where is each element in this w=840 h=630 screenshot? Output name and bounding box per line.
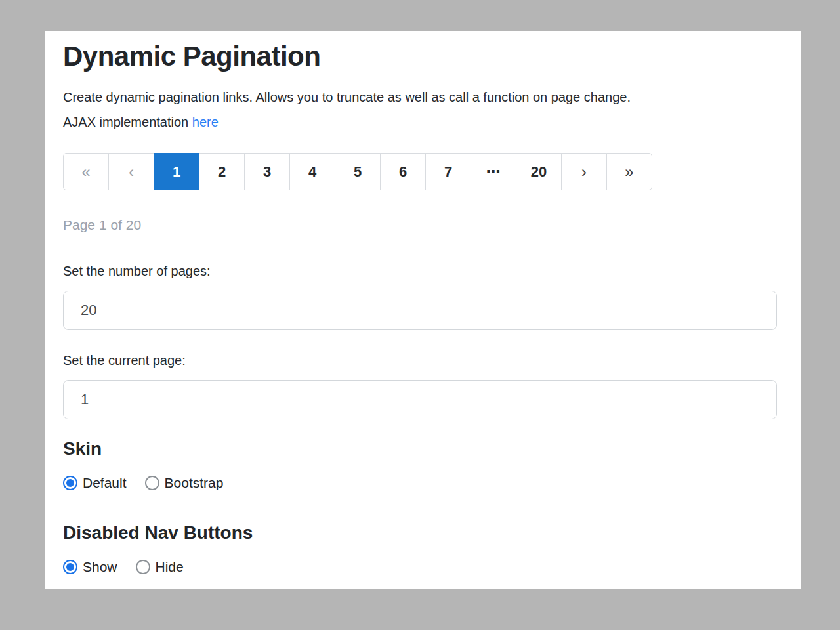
skin-radio-group: Default Bootstrap [63,475,777,491]
skin-default-label: Default [83,475,127,491]
radio-unselected-icon [145,476,159,490]
ajax-text: AJAX implementation [63,115,188,129]
page-title: Dynamic Pagination [63,40,777,73]
radio-selected-icon [63,476,77,490]
nav-hide-label: Hide [156,559,184,575]
pagination-page-5[interactable]: 5 [335,153,381,190]
nav-show-option[interactable]: Show [63,559,117,575]
page-description: Create dynamic pagination links. Allows … [63,85,777,135]
skin-bootstrap-option[interactable]: Bootstrap [145,475,224,491]
pagination-page-20[interactable]: 20 [516,153,562,190]
pagination-bar: « ‹ 1 2 3 4 5 6 7 ⋯ 20 › » [63,153,777,190]
pagination-page-6[interactable]: 6 [380,153,426,190]
pagination-next-button[interactable]: › [561,153,607,190]
disabled-nav-radio-group: Show Hide [63,559,777,575]
pagination-ellipsis[interactable]: ⋯ [471,153,516,190]
pages-count-label: Set the number of pages: [63,263,777,279]
disabled-nav-heading: Disabled Nav Buttons [63,522,777,543]
skin-default-option[interactable]: Default [63,475,127,491]
radio-unselected-icon [136,560,150,574]
pagination-page-7[interactable]: 7 [425,153,471,190]
pagination-page-4[interactable]: 4 [289,153,335,190]
current-page-input[interactable] [63,380,777,419]
skin-bootstrap-label: Bootstrap [165,475,224,491]
radio-selected-icon [63,560,77,574]
pagination-first-button[interactable]: « [63,153,109,190]
pagination-page-2[interactable]: 2 [199,153,245,190]
pagination-page-3[interactable]: 3 [244,153,290,190]
ajax-implementation-link[interactable]: here [192,115,219,129]
pagination-prev-button[interactable]: ‹ [108,153,154,190]
nav-show-label: Show [83,559,117,575]
description-text: Create dynamic pagination links. Allows … [63,90,631,104]
current-page-label: Set the current page: [63,352,777,368]
pagination-last-button[interactable]: » [606,153,652,190]
pages-count-input[interactable] [63,291,777,330]
page-status-text: Page 1 of 20 [63,217,777,233]
pagination-page-1[interactable]: 1 [154,153,200,190]
content-card: Dynamic Pagination Create dynamic pagina… [45,31,801,589]
skin-heading: Skin [63,438,777,459]
nav-hide-option[interactable]: Hide [136,559,184,575]
